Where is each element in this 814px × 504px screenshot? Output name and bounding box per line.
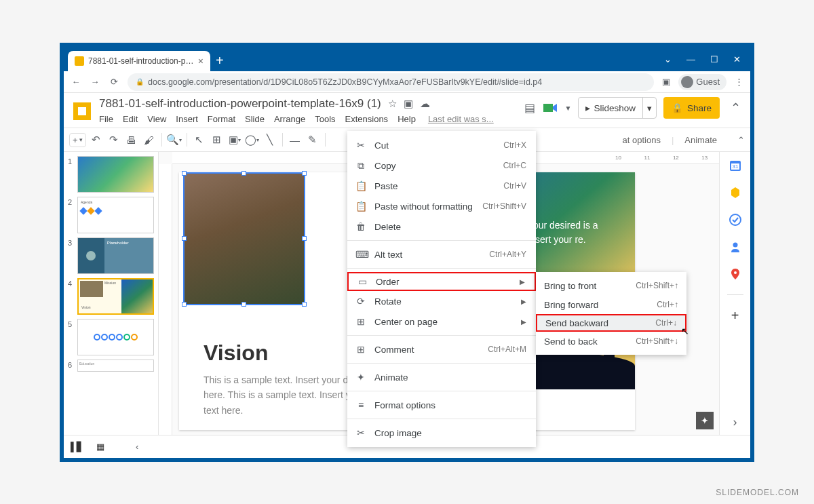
menu-help[interactable]: Help — [398, 114, 416, 124]
ctx-item-order[interactable]: ▭Order▶ — [347, 272, 536, 291]
sub-item-send-backward[interactable]: Send backwardCtrl+↓ — [536, 314, 686, 332]
comments-icon[interactable]: ▤ — [524, 101, 535, 115]
animate-btn[interactable]: Animate — [684, 135, 717, 145]
resize-handle[interactable] — [241, 171, 246, 176]
last-edit-link[interactable]: Last edit was s... — [428, 114, 494, 124]
ctx-item-crop-image[interactable]: ✂Crop image — [347, 423, 536, 443]
menu-tools[interactable]: Tools — [315, 114, 335, 124]
menu-format[interactable]: Format — [208, 114, 235, 124]
side-panel-collapse-icon[interactable]: › — [733, 415, 737, 429]
print-icon[interactable]: 🖶 — [124, 132, 139, 147]
close-icon[interactable]: ✕ — [733, 54, 741, 64]
move-icon[interactable]: ▣ — [404, 98, 413, 110]
ctx-item-animate[interactable]: ✦Animate — [347, 367, 536, 387]
maximize-icon[interactable]: ☐ — [710, 54, 718, 64]
toolbar-collapse-icon[interactable]: ⌃ — [737, 135, 745, 145]
image-icon[interactable]: ▣▾ — [227, 132, 242, 147]
resize-handle[interactable] — [182, 236, 187, 241]
textbox-icon[interactable]: ⊞ — [210, 132, 225, 147]
ctx-item-comment[interactable]: ⊞CommentCtrl+Alt+M — [347, 339, 536, 360]
lock-icon: 🔒 — [136, 78, 144, 85]
menu-view[interactable]: View — [147, 114, 166, 124]
slideshow-dropdown[interactable]: ▾ — [642, 98, 656, 118]
thumb-num: 6 — [68, 360, 75, 372]
menu-item-icon: ▭ — [357, 276, 368, 287]
submenu-arrow-icon: ▶ — [520, 278, 525, 286]
back-icon[interactable]: ← — [71, 77, 81, 87]
calendar-icon[interactable]: 31 — [729, 159, 742, 172]
slide-thumb-2[interactable]: Agenda — [77, 197, 154, 233]
forward-icon[interactable]: → — [90, 77, 100, 87]
ctx-item-cut[interactable]: ✂CutCtrl+X — [347, 135, 536, 155]
menu-arrange[interactable]: Arrange — [274, 114, 305, 124]
grid-view-icon[interactable]: ▦ — [96, 442, 111, 452]
panel-icon[interactable]: ▣ — [662, 77, 670, 87]
ctx-item-format-options[interactable]: ≡Format options — [347, 395, 536, 415]
resize-handle[interactable] — [241, 302, 246, 307]
line-style-icon[interactable]: — — [288, 132, 303, 147]
kebab-menu-icon[interactable]: ⋮ — [735, 77, 743, 87]
menu-edit[interactable]: Edit — [123, 114, 138, 124]
line-icon[interactable]: ╲ — [263, 132, 277, 147]
ctx-item-delete[interactable]: 🗑Delete — [347, 216, 536, 237]
resize-handle[interactable] — [182, 171, 187, 176]
star-icon[interactable]: ☆ — [388, 98, 397, 110]
menu-slide[interactable]: Slide — [245, 114, 265, 124]
slide-thumb-6[interactable]: Education — [77, 360, 154, 372]
menu-insert[interactable]: Insert — [176, 114, 198, 124]
document-title[interactable]: 7881-01-self-introduction-powerpoint-tem… — [99, 97, 381, 111]
ctx-item-alt-text[interactable]: ⌨Alt textCtrl+Alt+Y — [347, 244, 536, 265]
meet-icon[interactable] — [542, 100, 558, 116]
profile-pill[interactable]: Guest — [678, 74, 726, 90]
slideshow-button[interactable]: ▸Slideshow ▾ — [578, 97, 657, 119]
contacts-icon[interactable] — [729, 240, 742, 254]
shape-icon[interactable]: ◯▾ — [245, 132, 260, 147]
browser-tab[interactable]: 7881-01-self-introduction-powe × — [68, 51, 210, 71]
cloud-status-icon[interactable]: ☁ — [420, 98, 430, 110]
minimize-icon[interactable]: — — [686, 54, 695, 64]
maps-icon[interactable] — [729, 267, 742, 281]
reload-icon[interactable]: ⟳ — [109, 77, 119, 87]
pen-icon[interactable]: ✎ — [305, 132, 320, 147]
thumbnail-panel[interactable]: 1 2Agenda 3Placeholder 4MissionVision 5 … — [64, 152, 159, 435]
filmstrip-view-icon[interactable]: ▌▋ — [71, 442, 85, 452]
zoom-icon[interactable]: 🔍▾ — [167, 132, 182, 147]
slide-thumb-5[interactable] — [77, 319, 154, 355]
menu-file[interactable]: File — [99, 114, 113, 124]
resize-handle[interactable] — [302, 236, 307, 241]
selected-image[interactable] — [183, 172, 305, 305]
collapse-header-icon[interactable]: ⌃ — [726, 100, 742, 115]
ctx-item-rotate[interactable]: ⟳Rotate▶ — [347, 291, 536, 311]
slide-thumb-1[interactable] — [77, 156, 154, 193]
paint-format-icon[interactable]: 🖌 — [142, 132, 157, 147]
slide-thumb-3[interactable]: Placeholder — [77, 237, 154, 274]
sub-item-send-to-back[interactable]: Send to backCtrl+Shift+↓ — [536, 332, 686, 351]
resize-handle[interactable] — [182, 302, 187, 307]
slides-logo-icon[interactable] — [71, 100, 94, 123]
ctx-item-paste[interactable]: 📋PasteCtrl+V — [347, 176, 536, 196]
sub-item-bring-to-front[interactable]: Bring to frontCtrl+Shift+↑ — [536, 276, 686, 295]
menu-extensions[interactable]: Extensions — [345, 114, 389, 124]
ctx-item-paste-without-formatting[interactable]: 📋Paste without formattingCtrl+Shift+V — [347, 196, 536, 216]
ctx-item-center-on-page[interactable]: ⊞Center on page▶ — [347, 311, 536, 332]
select-tool-icon[interactable]: ↖ — [192, 132, 207, 147]
slide-thumb-4[interactable]: MissionVision — [77, 278, 154, 315]
close-tab-icon[interactable]: × — [198, 56, 204, 66]
new-tab-button[interactable]: + — [210, 53, 229, 71]
ctx-item-copy[interactable]: ⧉CopyCtrl+C — [347, 155, 536, 176]
sub-item-bring-forward[interactable]: Bring forwardCtrl+↑ — [536, 295, 686, 314]
url-field[interactable]: 🔒 docs.google.com/presentation/d/1D9CiL0… — [128, 73, 654, 91]
format-options-btn[interactable]: at options — [623, 135, 661, 145]
chevron-down-icon[interactable]: ⌄ — [664, 54, 672, 64]
redo-icon[interactable]: ↷ — [106, 132, 121, 147]
explore-icon[interactable]: ✦ — [696, 412, 714, 429]
undo-icon[interactable]: ↶ — [89, 132, 104, 147]
resize-handle[interactable] — [302, 171, 307, 176]
share-button[interactable]: 🔒 Share — [663, 97, 720, 119]
resize-handle[interactable] — [302, 302, 307, 307]
keep-icon[interactable] — [729, 186, 742, 199]
add-addon-icon[interactable]: + — [729, 309, 742, 322]
new-slide-button[interactable]: +▾ — [69, 133, 86, 147]
tasks-icon[interactable] — [729, 213, 742, 227]
chevron-left-icon[interactable]: ‹ — [136, 442, 138, 452]
